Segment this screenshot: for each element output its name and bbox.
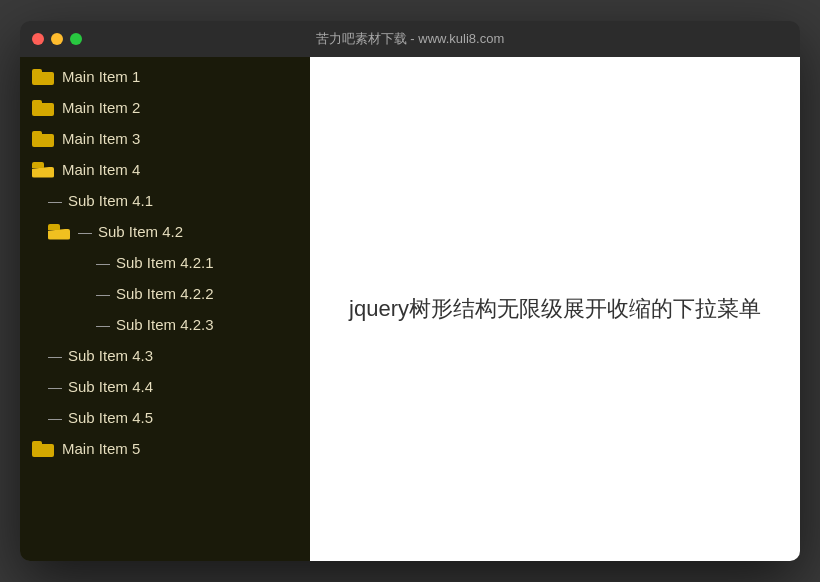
tree-item-label: Sub Item 4.2 <box>98 223 183 240</box>
tree-item-sub43[interactable]: —Sub Item 4.3 <box>20 340 310 371</box>
tree-item-label: Sub Item 4.2.2 <box>116 285 214 302</box>
tree-item-label: Sub Item 4.5 <box>68 409 153 426</box>
folder-open-icon <box>32 162 54 178</box>
tree-item-label: Main Item 5 <box>62 440 140 457</box>
close-button[interactable] <box>32 33 44 45</box>
dash-prefix: — <box>48 379 62 395</box>
tree-item-label: Main Item 1 <box>62 68 140 85</box>
main-panel-text: jquery树形结构无限级展开收缩的下拉菜单 <box>349 294 761 324</box>
tree-item-main1[interactable]: Main Item 1 <box>20 61 310 92</box>
maximize-button[interactable] <box>70 33 82 45</box>
tree-item-sub44[interactable]: —Sub Item 4.4 <box>20 371 310 402</box>
tree-item-sub42[interactable]: —Sub Item 4.2 <box>20 216 310 247</box>
folder-closed-icon <box>32 441 54 457</box>
sidebar: Main Item 1Main Item 2Main Item 3Main It… <box>20 57 310 561</box>
minimize-button[interactable] <box>51 33 63 45</box>
tree-item-label: Sub Item 4.3 <box>68 347 153 364</box>
dash-prefix: — <box>48 193 62 209</box>
folder-closed-icon <box>32 69 54 85</box>
tree-item-label: Main Item 4 <box>62 161 140 178</box>
tree-item-label: Sub Item 4.4 <box>68 378 153 395</box>
main-panel: jquery树形结构无限级展开收缩的下拉菜单 <box>310 57 800 561</box>
tree-item-main5[interactable]: Main Item 5 <box>20 433 310 464</box>
dash-prefix: — <box>78 224 92 240</box>
dash-prefix: — <box>96 255 110 271</box>
window-title: 苦力吧素材下载 - www.kuli8.com <box>316 30 505 48</box>
tree-item-label: Sub Item 4.2.3 <box>116 316 214 333</box>
traffic-lights <box>32 33 82 45</box>
dash-prefix: — <box>96 286 110 302</box>
tree-item-label: Sub Item 4.1 <box>68 192 153 209</box>
tree-item-main4[interactable]: Main Item 4 <box>20 154 310 185</box>
app-window: 苦力吧素材下载 - www.kuli8.com Main Item 1Main … <box>20 21 800 561</box>
folder-closed-icon <box>32 100 54 116</box>
tree-item-sub45[interactable]: —Sub Item 4.5 <box>20 402 310 433</box>
tree-item-sub421[interactable]: —Sub Item 4.2.1 <box>20 247 310 278</box>
tree-item-label: Sub Item 4.2.1 <box>116 254 214 271</box>
tree-item-label: Main Item 3 <box>62 130 140 147</box>
tree-item-sub423[interactable]: —Sub Item 4.2.3 <box>20 309 310 340</box>
tree-item-main3[interactable]: Main Item 3 <box>20 123 310 154</box>
titlebar: 苦力吧素材下载 - www.kuli8.com <box>20 21 800 57</box>
folder-closed-icon <box>32 131 54 147</box>
dash-prefix: — <box>48 410 62 426</box>
tree-item-label: Main Item 2 <box>62 99 140 116</box>
folder-open-icon <box>48 224 70 240</box>
content-area: Main Item 1Main Item 2Main Item 3Main It… <box>20 57 800 561</box>
dash-prefix: — <box>48 348 62 364</box>
dash-prefix: — <box>96 317 110 333</box>
tree-item-sub41[interactable]: —Sub Item 4.1 <box>20 185 310 216</box>
tree-item-main2[interactable]: Main Item 2 <box>20 92 310 123</box>
tree-item-sub422[interactable]: —Sub Item 4.2.2 <box>20 278 310 309</box>
